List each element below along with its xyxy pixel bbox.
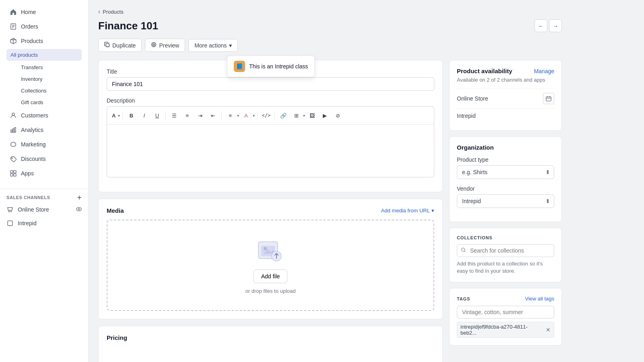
rte-color-btn[interactable]: A [240, 110, 252, 121]
product-type-select[interactable]: e.g. Shirts [457, 165, 554, 179]
rte-placeholder-btn[interactable]: ⊘ [332, 110, 344, 121]
right-column: Product availability Manage Available on… [449, 60, 562, 362]
sidebar-sub-all-products[interactable]: All products [6, 49, 82, 61]
rte-ol-btn[interactable]: ≡ [181, 110, 193, 121]
chevron-down-icon: ▾ [229, 42, 232, 49]
duplicate-button[interactable]: Duplicate [98, 39, 142, 52]
sidebar-item-intrepid[interactable]: Intrepid [0, 216, 88, 230]
rte-content[interactable] [107, 125, 434, 177]
rte-divider-2 [165, 111, 166, 119]
add-sales-channel-button[interactable]: + [77, 194, 82, 201]
sidebar-item-online-store[interactable]: Online Store [0, 203, 88, 216]
preview-button[interactable]: Preview [145, 39, 185, 52]
drop-hint: or drop files to upload [245, 288, 295, 294]
rte-code-btn[interactable]: </> [260, 110, 272, 121]
rte-bold-btn[interactable]: B [125, 110, 137, 121]
manage-link[interactable]: Manage [534, 68, 554, 74]
nav-prev-button[interactable]: ← [535, 19, 547, 32]
rte-indent-btn[interactable]: ⇥ [194, 110, 206, 121]
svg-rect-8 [11, 130, 12, 132]
sidebar-item-analytics[interactable]: Analytics [3, 123, 85, 137]
sidebar-sub-inventory[interactable]: Inventory [3, 73, 85, 85]
add-file-button[interactable]: Add file [254, 269, 288, 283]
svg-rect-12 [10, 171, 13, 173]
sidebar-item-home[interactable]: Home [3, 5, 85, 19]
sales-channels-section: SALES CHANNELS + [0, 189, 88, 203]
rte-font-dropdown: ▾ [118, 113, 120, 118]
rte-align-dropdown: ▾ [237, 113, 239, 118]
product-type-select-wrapper: e.g. Shirts ⬍ [457, 165, 554, 179]
analytics-icon [10, 126, 17, 134]
svg-rect-20 [8, 221, 12, 226]
tag-remove-button[interactable]: ✕ [546, 327, 551, 333]
sidebar-item-apps[interactable]: Apps [3, 166, 85, 181]
svg-point-7 [12, 113, 14, 115]
rte-table-dropdown: ▾ [303, 113, 305, 118]
title-input[interactable] [107, 77, 434, 91]
rte-video-btn[interactable]: ▶ [319, 110, 331, 121]
sidebar-item-marketing[interactable]: Marketing [3, 137, 85, 152]
nav-next-button[interactable]: → [549, 19, 562, 32]
intrepid-icon [6, 220, 14, 227]
sidebar: Home Orders Products All products Transf… [0, 0, 89, 362]
rte-toolbar: A ▾ B I U ☰ ≡ ⇥ ⇤ [107, 107, 434, 125]
discounts-icon [10, 155, 17, 162]
collections-card: COLLECTIONS Add this product to a collec… [449, 228, 562, 282]
rte-font-btn[interactable]: A [110, 110, 117, 121]
title-description-card: Title Description A ▾ B [98, 60, 443, 192]
svg-point-18 [76, 207, 81, 211]
description-form-group: Description A ▾ B I U [107, 97, 434, 177]
breadcrumb: ‹ Products [98, 8, 562, 15]
rich-text-editor: A ▾ B I U ☰ ≡ ⇥ ⇤ [107, 106, 434, 177]
page-header: Finance 101 ← → [98, 19, 562, 32]
pricing-title: Pricing [99, 326, 442, 341]
svg-rect-13 [14, 171, 16, 173]
svg-point-19 [78, 208, 80, 210]
breadcrumb-products-link[interactable]: Products [103, 9, 123, 15]
breadcrumb-chevron-icon: ‹ [98, 8, 100, 15]
collections-title: COLLECTIONS [457, 235, 554, 240]
apps-icon [10, 170, 17, 177]
dropdown-icon: ▾ [431, 208, 434, 214]
rte-underline-btn[interactable]: U [151, 110, 163, 121]
vendor-group: Vendor Intrepid ⬍ [457, 185, 554, 208]
calendar-icon[interactable] [543, 93, 554, 104]
online-store-icon [6, 206, 14, 213]
product-type-label: Product type [457, 156, 554, 163]
products-icon [10, 37, 17, 45]
collections-search-input[interactable] [457, 244, 554, 257]
rte-link-btn[interactable]: 🔗 [277, 110, 289, 121]
orders-icon [10, 23, 17, 30]
tags-input[interactable] [457, 306, 554, 319]
vendor-select[interactable]: Intrepid [457, 194, 554, 208]
more-actions-button[interactable]: More actions ▾ [188, 39, 238, 52]
availability-channel-intrepid: Intrepid [457, 108, 554, 123]
rte-table-btn[interactable]: ⊞ [290, 110, 302, 121]
sidebar-item-customers[interactable]: Customers [3, 108, 85, 123]
sidebar-item-discounts[interactable]: Discounts [3, 152, 85, 166]
sidebar-sub-gift-cards[interactable]: Gift cards [3, 97, 85, 108]
rte-outdent-btn[interactable]: ⇤ [207, 110, 219, 121]
rte-color-dropdown: ▾ [253, 113, 255, 118]
product-type-group: Product type e.g. Shirts ⬍ [457, 156, 554, 179]
view-all-tags-link[interactable]: View all tags [525, 296, 554, 302]
online-store-channel-name: Online Store [457, 95, 488, 102]
tags-title: TAGS [457, 296, 470, 301]
sidebar-item-orders[interactable]: Orders [3, 19, 85, 34]
preview-icon [151, 42, 157, 49]
search-icon [461, 247, 466, 254]
sidebar-sub-transfers[interactable]: Transfers [3, 62, 85, 73]
sidebar-item-products[interactable]: Products [3, 34, 85, 48]
svg-point-11 [12, 158, 12, 158]
eye-icon[interactable] [76, 206, 82, 213]
rte-italic-btn[interactable]: I [138, 110, 150, 121]
media-drop-zone[interactable]: Add file or drop files to upload [107, 220, 434, 311]
sidebar-sub-collections[interactable]: Collections [3, 85, 85, 97]
media-card: Media Add media from URL ▾ [98, 199, 443, 319]
rte-image-btn[interactable]: 🖼 [306, 110, 318, 121]
rte-align-btn[interactable]: ≡ [224, 110, 236, 121]
svg-point-23 [153, 44, 155, 45]
rte-ul-btn[interactable]: ☰ [168, 110, 180, 121]
add-media-button[interactable]: Add media from URL ▾ [381, 208, 434, 214]
tags-card: TAGS View all tags intrepid|ef9fdcba-a27… [449, 288, 562, 346]
